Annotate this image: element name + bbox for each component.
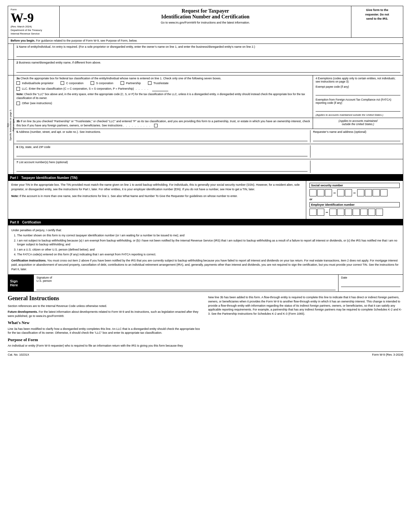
ein-box-9[interactable] xyxy=(376,209,383,216)
line2-text: Business name/disregarded entity name, i… xyxy=(19,61,101,64)
exemptions-title: 4 Exemptions (codes apply only to certai… xyxy=(316,77,400,83)
part2-title: Certification xyxy=(22,221,41,224)
dept: Department of the Treasury xyxy=(11,28,57,32)
sign-section: Sign Here Signature of U.S. person Date xyxy=(8,275,403,292)
checkbox-other[interactable] xyxy=(16,102,20,105)
subtitle: Go to www.irs.gov/FormW9 for instruction… xyxy=(63,21,348,24)
future-dev: Future developments. For the latest info… xyxy=(8,310,203,318)
checkbox-3b[interactable] xyxy=(154,124,158,127)
checkbox-trust[interactable] xyxy=(148,81,152,85)
fatca-input[interactable] xyxy=(316,106,400,112)
header-left: Form W-9 (Rev. March 2024) Department of… xyxy=(8,6,60,37)
line7-right-area xyxy=(310,161,400,173)
checkbox-scorp-label: S corporation xyxy=(96,82,113,85)
give-form-text: Give form to the requester. Do not send … xyxy=(365,8,389,20)
checkbox-partnership[interactable] xyxy=(121,81,124,85)
note-label: Note: xyxy=(16,93,24,96)
line5-input[interactable] xyxy=(16,133,308,141)
signature-input[interactable] xyxy=(36,284,336,290)
checkbox-llc[interactable] xyxy=(16,87,20,91)
llc-dots: . . . . . xyxy=(136,87,149,90)
line5-requester: Requester’s name and address (optional) xyxy=(310,130,400,143)
see-label: See xyxy=(7,123,9,127)
line6-input[interactable] xyxy=(16,149,308,156)
ssn-box-6[interactable] xyxy=(357,189,364,196)
checkbox-other-row: Other (see instructions) xyxy=(16,102,310,105)
ssn-box-4[interactable] xyxy=(337,189,344,196)
ein-box-8[interactable] xyxy=(368,209,375,216)
line7-left: 7 List account number(s) here (optional) xyxy=(16,161,308,173)
header-right: Give form to the requester. Do not send … xyxy=(351,6,403,37)
line5-inner: 5 Address (number, street, and apt. or s… xyxy=(16,130,400,143)
ein-box-6[interactable] xyxy=(353,209,360,216)
line2-content: 2 Business name/disregarded entity name,… xyxy=(14,60,403,75)
line6-requester-area xyxy=(310,145,400,158)
print-or-type-label: Print or type. xyxy=(12,118,15,131)
ein-box-2[interactable] xyxy=(317,209,324,216)
applies-maintained: (Applies to accounts maintainedoutside t… xyxy=(316,119,400,126)
date-input[interactable] xyxy=(341,281,400,287)
checkbox-llc-label: LLC. Enter the tax classification (C = C… xyxy=(22,87,134,90)
ssn-box-9[interactable] xyxy=(380,189,387,196)
form-header: Form W-9 (Rev. March 2024) Department of… xyxy=(8,6,403,38)
note-content: Check the “LLC” box above and, in the en… xyxy=(16,93,305,100)
rows-stack: 3a Check the appropriate box for federal… xyxy=(14,75,403,174)
ssn-dash-1: – xyxy=(333,190,336,195)
ein-input-group: – xyxy=(309,209,400,216)
ein-box-7[interactable] xyxy=(360,209,367,216)
line3a-main: 3a Check the appropriate box for federal… xyxy=(14,75,313,118)
ssn-box-7[interactable] xyxy=(365,189,372,196)
exemptions-panel: 4 Exemptions (codes apply only to certai… xyxy=(313,75,403,118)
ssn-box-5[interactable] xyxy=(345,189,352,196)
ein-box-3[interactable] xyxy=(329,209,337,216)
checkbox-ccorp[interactable] xyxy=(61,81,64,85)
lines3-4-section: See Specific Instructions on page 3. Pri… xyxy=(8,75,403,174)
fatca-label: Exemption from Foreign Account Tax Compl… xyxy=(316,98,400,104)
ssn-box-8[interactable] xyxy=(373,189,380,196)
applies-note: (Applies to accounts maintained outside … xyxy=(316,113,400,116)
ein-box-5[interactable] xyxy=(345,209,352,216)
line2-input[interactable] xyxy=(16,65,400,73)
header-center: Request for Taxpayer Identification Numb… xyxy=(60,6,351,37)
right-col-text: New line 3b has been added to this form.… xyxy=(208,295,404,316)
checkbox-scorp[interactable] xyxy=(91,81,94,85)
line3a-number: 3a xyxy=(16,77,20,80)
cert-instructions: Certification instructions. You must cro… xyxy=(11,259,400,272)
cat-no: Cat. No. 10231X xyxy=(8,353,29,356)
part1-label: Part I xyxy=(10,176,18,180)
tin-instructions: Enter your TIN in the appropriate box. T… xyxy=(8,181,306,219)
specific-instructions-label: Specific Instructions on page 3. xyxy=(9,109,12,141)
cert-instructions-text: You must cross out item 2 above if you h… xyxy=(11,259,398,271)
purpose-text: An individual or entity (Form W-9 reques… xyxy=(8,344,203,348)
llc-classification-input[interactable] xyxy=(152,86,168,91)
ssn-box-2[interactable] xyxy=(317,189,324,196)
part2-label: Part II xyxy=(10,221,19,224)
exempt-payee-input[interactable] xyxy=(316,90,400,95)
line7-input[interactable] xyxy=(16,164,308,172)
before-begin-section: Before you begin. For guidance related t… xyxy=(8,38,403,44)
line1-input[interactable] xyxy=(16,49,400,57)
ein-box-4[interactable] xyxy=(337,209,344,216)
line3a-label: 3a Check the appropriate box for federal… xyxy=(16,77,310,80)
cert-items-list: The number shown on this form is my corr… xyxy=(17,233,400,257)
ein-box-1[interactable] xyxy=(309,209,317,216)
line6-label: 6 City, state, and ZIP code xyxy=(16,145,308,149)
line6-row: 6 City, state, and ZIP code xyxy=(14,144,403,159)
part2-header: Part II Certification xyxy=(8,219,403,225)
ssn-box-3[interactable] xyxy=(325,189,332,196)
line6-left: 6 City, state, and ZIP code xyxy=(16,145,308,158)
tin-boxes: Social security number – – or Employer i… xyxy=(306,181,403,219)
requester-input[interactable] xyxy=(313,133,400,141)
form-ref: Form W-9 (Rev. 3-2024) xyxy=(372,353,403,356)
under-penalties-text: Under penalties of perjury, I certify th… xyxy=(11,228,400,232)
signature-label: Signature of U.S. person xyxy=(36,276,336,282)
sign-label: Sign Here xyxy=(8,275,34,291)
line3b-dots: . . . . . . . . . . xyxy=(123,124,151,127)
us-person-label: U.S. person xyxy=(36,279,52,282)
ssn-box-1[interactable] xyxy=(309,189,317,196)
ein-label: Employer identification number xyxy=(309,202,400,207)
line7-text: List account number(s) here (optional) xyxy=(19,161,68,164)
line6-text: City, state, and ZIP code xyxy=(19,145,51,149)
checkbox-individual-row: Individual/sole proprietor C corporation… xyxy=(16,81,310,85)
checkbox-individual[interactable] xyxy=(16,81,20,85)
